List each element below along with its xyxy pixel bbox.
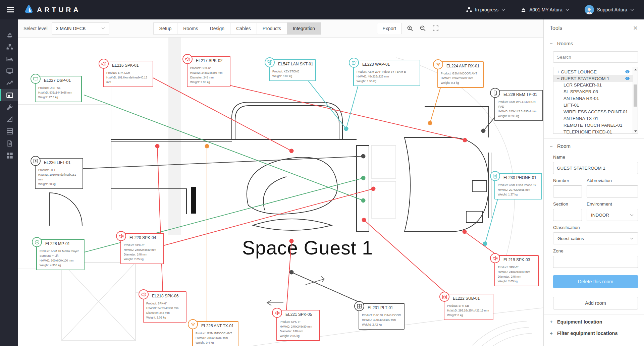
rooms-section-header[interactable]: − Rooms: [544, 36, 644, 51]
tab-integration[interactable]: Integration: [287, 22, 321, 35]
add-room-button[interactable]: Add room: [553, 297, 638, 309]
close-icon[interactable]: ✕: [633, 25, 638, 31]
environment-label: Environment: [587, 201, 638, 207]
classification-select[interactable]: Guest cabins: [553, 232, 638, 244]
sidebar-item-integration[interactable]: [0, 89, 18, 101]
wrench-icon: [6, 104, 13, 111]
sidebar-item-vessel[interactable]: [0, 29, 18, 41]
equipment-id: EL216 SPK-01: [112, 63, 150, 68]
expander-icon[interactable]: −: [557, 76, 561, 81]
tools-panel: Tools ✕ − Rooms +GUEST LOUNGE−GUEST STAT…: [543, 19, 644, 346]
eye-icon[interactable]: [625, 76, 630, 80]
chevron-down-icon: [501, 9, 505, 11]
sidebar-item-modules[interactable]: [0, 150, 18, 162]
sidebar-item-displays[interactable]: [0, 65, 18, 77]
sidebar-item-tools[interactable]: [0, 101, 18, 113]
room-equipment-item[interactable]: ANTENNA RX-01: [553, 95, 638, 102]
fullscreen-icon: [432, 25, 439, 32]
environment-select[interactable]: INDOOR: [587, 209, 638, 221]
equipment-details: Product: KEYSTONEWeight: 0.02 kg: [272, 69, 313, 78]
equipment-label[interactable]: EL227 DSP-01Product: DISP-65HxWxD: 835x1…: [35, 76, 82, 102]
vessel-dropdown[interactable]: A001 MY Artura: [521, 7, 569, 13]
equipment-label[interactable]: EL219 SPK-03Product: SPK-6"HxWxD: 248x24…: [494, 255, 539, 286]
section-label: Section: [553, 201, 582, 207]
equipment-label[interactable]: EL229 REM TP-01Product: ASM WALLSTATION …: [494, 90, 543, 121]
sidebar-item-design[interactable]: [0, 113, 18, 125]
equipment-details: Product: ASM WALLSTATION IPADHxWxD: 245x…: [498, 100, 540, 118]
equipment-label[interactable]: EL547 LAN SKT-01Product: KEYSTONEWeight:…: [269, 59, 316, 81]
equipment-label[interactable]: EL224 ANT RX-01Product: GSM INDOOR ANTHx…: [437, 61, 484, 88]
equipment-label[interactable]: EL216 SPK-01Product: SPK-LCRHxWxD: 101.6…: [103, 61, 153, 87]
scroll-up-icon[interactable]: [633, 67, 638, 72]
ship-icon: [521, 7, 526, 13]
room-equipment-item[interactable]: SL SPEAKER-03: [553, 89, 638, 95]
equipment-id: EL223 WAP-01: [362, 62, 417, 67]
scroll-down-icon[interactable]: [633, 129, 638, 133]
eye-icon[interactable]: [625, 70, 630, 74]
level-select[interactable]: 3 MAIN DECK: [52, 22, 109, 35]
room-equipment-item[interactable]: LCR SPEAKER-01: [553, 82, 638, 89]
expand-icon: +: [550, 330, 554, 336]
filter-equipment-section-header[interactable]: + Filter equipment locations: [544, 329, 644, 340]
equipment-label[interactable]: EL221 SPK-05Product: SPK-6"HxWxD: 248x24…: [276, 310, 320, 341]
room-section-input[interactable]: [553, 209, 582, 221]
room-equipment-item[interactable]: ANTENNA TX-01: [553, 115, 638, 122]
rooms-list: +GUEST LOUNGE−GUEST STATEROOM 1LCR SPEAK…: [553, 67, 638, 134]
room-number-input[interactable]: [553, 185, 582, 197]
display-icon: [31, 74, 41, 84]
rooms-list-scrollbar[interactable]: [633, 67, 638, 133]
equipment-details: Product: LIFTHxWxD: 1060xundefinedx161 m…: [38, 168, 80, 186]
export-button[interactable]: Export: [377, 23, 402, 34]
search-input[interactable]: [553, 51, 638, 63]
app-logo: ARTURA: [23, 4, 81, 15]
logo-icon: [23, 4, 34, 15]
abbreviation-label: Abbreviation: [587, 178, 638, 183]
room-equipment-item[interactable]: REMOTE TOUCH PANEL-01: [553, 122, 638, 129]
tab-products[interactable]: Products: [257, 22, 287, 35]
equipment-label[interactable]: EL217 SPK-02Product: SPK-6"HxWxD: 248x24…: [187, 56, 230, 87]
sidebar-item-rooms[interactable]: [0, 53, 18, 65]
room-row[interactable]: −GUEST STATEROOM 1: [553, 75, 638, 82]
hamburger-menu-icon[interactable]: [7, 6, 14, 14]
delete-room-button[interactable]: Delete this room: [553, 275, 638, 288]
zoom-in-button[interactable]: [405, 24, 415, 33]
room-section-header[interactable]: − Room: [544, 139, 644, 153]
user-menu[interactable]: Support Artura: [585, 5, 634, 14]
floorplan-canvas[interactable]: Space Guest 1 EL227 DSP-01Product: DISP-…: [18, 38, 543, 346]
equipment-label[interactable]: EL231 PLT-01Product: DAC SLIDING DOORHxW…: [359, 303, 405, 330]
project-status-dropdown[interactable]: In progress: [466, 7, 505, 13]
room-equipment-item[interactable]: LIFT-01: [553, 102, 638, 109]
sub-icon: [439, 292, 449, 302]
equipment-label[interactable]: EL218 SPK-06Product: SPK-6"HxWxD: 248x24…: [143, 291, 186, 323]
room-row[interactable]: +GUEST LOUNGE: [553, 68, 638, 75]
tab-rooms[interactable]: Rooms: [177, 22, 204, 35]
zoom-out-button[interactable]: [418, 24, 427, 33]
equipment-label[interactable]: EL222 SUB-01Product: SPK-SBHxWxD: 295.16…: [444, 294, 493, 320]
room-abbreviation-input[interactable]: [587, 185, 638, 197]
tab-setup[interactable]: Setup: [153, 22, 178, 35]
collapse-icon: −: [550, 41, 554, 46]
equipment-id: EL221 SPK-05: [285, 312, 317, 317]
equipment-location-section-header[interactable]: + Equipment location: [544, 314, 644, 329]
sidebar-item-structure[interactable]: [0, 41, 18, 53]
tab-design[interactable]: Design: [204, 22, 231, 35]
equipment-label[interactable]: EL228 MP-01Product: ASM 4K Media Player …: [36, 239, 85, 270]
equipment-label[interactable]: EL226 LIFT-01Product: LIFTHxWxD: 1060xun…: [35, 158, 83, 189]
room-equipment-item[interactable]: TELEPHONE FIXED-01: [553, 129, 638, 134]
expander-icon[interactable]: +: [557, 69, 561, 74]
sidebar-item-racks[interactable]: [0, 125, 18, 137]
room-name-input[interactable]: [553, 162, 638, 174]
fullscreen-button[interactable]: [431, 24, 440, 33]
equipment-label[interactable]: EL223 WAP-01Product: ASM WAP Indoor 3Y T…: [353, 60, 420, 86]
equipment-id: EL226 LIFT-01: [44, 160, 80, 165]
equipment-label[interactable]: EL230 PHONE-01Product: ASM Fixed Phone 3…: [494, 173, 542, 199]
sidebar-item-monitoring[interactable]: [0, 77, 18, 89]
tab-cables[interactable]: Cables: [230, 22, 257, 35]
equipment-label[interactable]: EL225 ANT TX-01Product: GSM INDOOR ANTHx…: [192, 321, 238, 346]
room-equipment-item[interactable]: WIRELESS ACCESS POINT-01: [553, 109, 638, 115]
scrollbar-thumb[interactable]: [634, 84, 637, 107]
room-zone-input[interactable]: [553, 256, 638, 268]
equipment-label[interactable]: EL220 SPK-04Product: SPK-6"HxWxD: 248x24…: [120, 233, 164, 264]
sidebar-item-documents[interactable]: [0, 137, 18, 150]
collapse-icon: −: [550, 143, 554, 149]
